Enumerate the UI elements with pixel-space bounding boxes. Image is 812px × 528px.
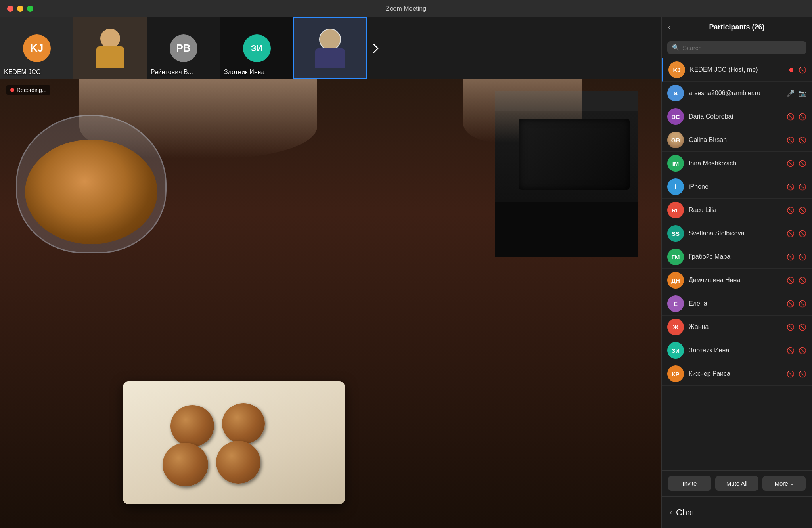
chat-label: Chat xyxy=(676,507,694,518)
participant-row[interactable]: IM Inna Moshkovich 🚫 🚫 xyxy=(662,152,812,175)
invite-button[interactable]: Invite xyxy=(668,476,711,491)
video-muted-icon: 🚫 xyxy=(799,323,806,331)
avatar: RL xyxy=(667,202,684,218)
avatar: SS xyxy=(667,225,684,242)
video-icon: 🚫 xyxy=(799,66,806,74)
video-area: KJ KEDEM JCC РВ Рейнтович В... xyxy=(0,17,661,528)
participant-row[interactable]: Е Елена 🚫 🚫 xyxy=(662,292,812,316)
participant-icons: 🚫 🚫 xyxy=(787,207,806,214)
participant-icons: 🚫 🚫 xyxy=(787,253,806,261)
avatar: Ж xyxy=(667,319,684,335)
participant-strip: KJ KEDEM JCC РВ Рейнтович В... xyxy=(0,17,661,79)
participant-icons: 🚫 🚫 xyxy=(787,347,806,354)
mic-muted-icon: 🚫 xyxy=(787,230,795,237)
participant-row[interactable]: KJ KEDEM JCC (Host, me) ⏺ 🚫 xyxy=(662,58,812,82)
participants-header: ‹ Participants (26) xyxy=(662,17,812,37)
participant-name: Inna Moshkovich xyxy=(689,160,782,167)
mic-icon: ⏺ xyxy=(788,66,795,73)
participant-icons: 🚫 🚫 xyxy=(787,136,806,144)
thumb-name-kedem: KEDEM JCC xyxy=(4,69,40,76)
video-muted-icon: 🚫 xyxy=(799,160,806,167)
participant-thumb-5[interactable] xyxy=(293,17,367,79)
participant-name: KEDEM JCC (Host, me) xyxy=(690,66,783,73)
participant-row[interactable]: SS Svetlana Stolbicova 🚫 🚫 xyxy=(662,222,812,245)
collapse-participants-button[interactable]: ‹ xyxy=(668,23,670,31)
avatar: ДН xyxy=(667,272,684,289)
mic-muted-icon: 🚫 xyxy=(787,136,795,144)
participant-thumb-zlotnik[interactable]: ЗИ Злотник Инна xyxy=(220,17,293,79)
more-label: More xyxy=(774,480,788,487)
video-muted-icon: 🚫 xyxy=(799,183,806,191)
participant-icons: 🚫 🚫 xyxy=(787,277,806,284)
recording-dot xyxy=(10,88,14,92)
video-muted-icon: 🚫 xyxy=(799,253,806,261)
participant-name: Galina Birsan xyxy=(689,136,782,143)
bowl xyxy=(16,115,182,253)
participant-name: Злотник Инна xyxy=(689,347,782,354)
participants-actions: Invite Mute All More ⌄ xyxy=(662,470,812,496)
chat-panel[interactable]: ‹ Chat xyxy=(662,496,812,528)
main-layout: KJ KEDEM JCC РВ Рейнтович В... xyxy=(0,17,812,528)
expand-chat-icon: ‹ xyxy=(670,508,672,517)
avatar: ГМ xyxy=(667,249,684,265)
participant-icons: 🚫 🚫 xyxy=(787,183,806,191)
mic-muted-icon: 🚫 xyxy=(787,370,795,378)
avatar: i xyxy=(667,178,684,195)
participant-name: Racu Lilia xyxy=(689,207,782,214)
participant-name: Кижнер Раиса xyxy=(689,370,782,377)
minimize-button[interactable] xyxy=(17,6,23,12)
participant-row[interactable]: DC Daria Cotorobai 🚫 🚫 xyxy=(662,105,812,128)
participant-row[interactable]: КР Кижнер Раиса 🚫 🚫 xyxy=(662,362,812,386)
mic-muted-icon: 🚫 xyxy=(787,113,795,121)
participant-thumb-reyntovich[interactable]: РВ Рейнтович В... xyxy=(147,17,220,79)
video-muted-icon: 🚫 xyxy=(799,300,806,308)
participant-row[interactable]: Ж Жанна 🚫 🚫 xyxy=(662,316,812,339)
participant-icons: 🚫 🚫 xyxy=(787,370,806,378)
maximize-button[interactable] xyxy=(27,6,33,12)
participant-name: arsesha2006@rambler.ru xyxy=(689,90,782,97)
search-wrap: 🔍 xyxy=(667,41,806,54)
avatar: Е xyxy=(667,295,684,312)
chevron-down-icon: ⌄ xyxy=(790,481,794,486)
more-button[interactable]: More ⌄ xyxy=(762,476,806,491)
participant-icons: 🚫 🚫 xyxy=(787,160,806,167)
mic-muted-icon: 🚫 xyxy=(787,347,795,354)
participant-row[interactable]: a arsesha2006@rambler.ru 🎤 📷 xyxy=(662,82,812,105)
mic-muted-icon: 🚫 xyxy=(787,207,795,214)
participant-row[interactable]: ЗИ Злотник Инна 🚫 🚫 xyxy=(662,339,812,362)
strip-nav-right[interactable] xyxy=(367,17,384,79)
thumb-name-reyntovich: Рейнтович В... xyxy=(151,69,193,76)
mic-muted-icon: 🚫 xyxy=(787,183,795,191)
mic-icon: 🎤 xyxy=(787,90,795,97)
participant-row[interactable]: ДН Димчишина Нина 🚫 🚫 xyxy=(662,269,812,292)
avatar-kedem: KJ xyxy=(23,34,51,62)
search-icon: 🔍 xyxy=(672,44,680,51)
participant-name: Димчишина Нина xyxy=(689,277,782,284)
video-muted-icon: 🚫 xyxy=(799,277,806,284)
video-muted-icon: 🚫 xyxy=(799,136,806,144)
close-button[interactable] xyxy=(7,6,13,12)
avatar: IM xyxy=(667,155,684,172)
mic-muted-icon: 🚫 xyxy=(787,300,795,308)
participant-row[interactable]: GB Galina Birsan 🚫 🚫 xyxy=(662,128,812,152)
participant-row[interactable]: i iPhone 🚫 🚫 xyxy=(662,175,812,199)
mute-all-button[interactable]: Mute All xyxy=(715,476,758,491)
participant-icons: 🚫 🚫 xyxy=(787,323,806,331)
search-input[interactable] xyxy=(683,44,802,51)
recording-label: Recording... xyxy=(17,87,46,93)
participant-icons: 🚫 🚫 xyxy=(787,300,806,308)
mic-muted-icon: 🚫 xyxy=(787,277,795,284)
participant-icons: 🎤 📷 xyxy=(787,90,806,97)
avatar: DC xyxy=(667,108,684,125)
participant-thumb-2[interactable] xyxy=(73,17,147,79)
avatar: a xyxy=(667,85,684,101)
participant-name: iPhone xyxy=(689,183,782,190)
participant-row[interactable]: RL Racu Lilia 🚫 🚫 xyxy=(662,199,812,222)
participant-icons: ⏺ 🚫 xyxy=(788,66,806,74)
participant-icons: 🚫 🚫 xyxy=(787,113,806,121)
main-video: Recording... xyxy=(0,79,661,528)
video-muted-icon: 🚫 xyxy=(799,230,806,237)
participant-row[interactable]: ГМ Грабойс Мара 🚫 🚫 xyxy=(662,245,812,269)
participants-title: Participants (26) xyxy=(709,23,764,31)
participant-thumb-kedem[interactable]: KJ KEDEM JCC xyxy=(0,17,73,79)
